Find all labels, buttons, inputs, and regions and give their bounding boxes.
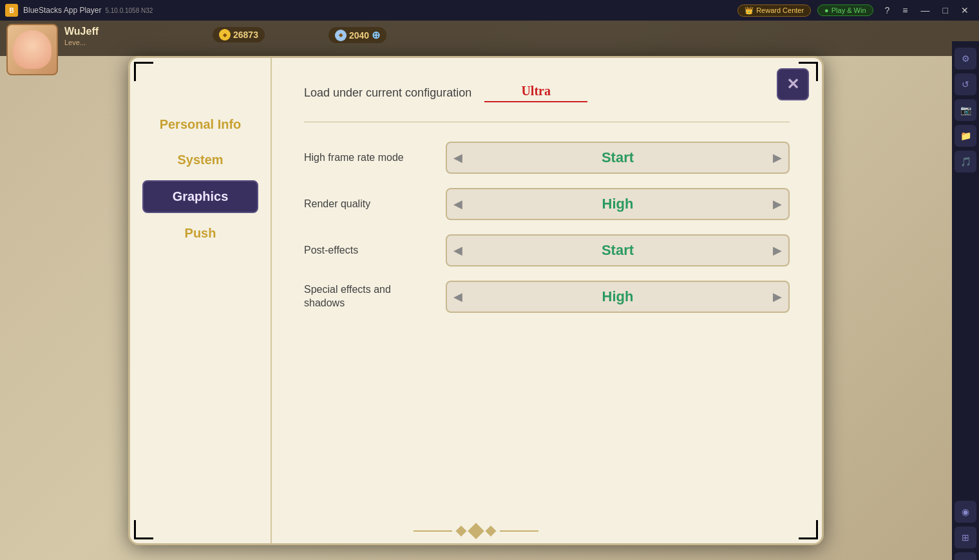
nav-push[interactable]: Push [142, 218, 258, 248]
settings-dialog: ✕ Personal Info System Graphics Push Loa… [128, 56, 824, 545]
config-underline [484, 101, 587, 102]
sidebar-icon-6[interactable]: ◉ [955, 501, 976, 523]
slider-right-arrow-pe[interactable]: ▶ [773, 243, 782, 257]
currency-1-icon: ◆ [219, 29, 231, 41]
setting-row-high-frame-rate: High frame rate mode ◀ Start ▶ [304, 142, 790, 174]
currency-2-icon: ◆ [335, 30, 347, 41]
titlebar-controls: 👑 Reward Center ● Play & Win ? ≡ — □ ✕ [737, 4, 974, 17]
settings-nav: Personal Info System Graphics Push [130, 58, 272, 543]
slider-right-arrow-hfr[interactable]: ▶ [773, 151, 782, 165]
slider-left-arrow-pe[interactable]: ◀ [453, 243, 462, 257]
play-win-btn[interactable]: ● Play & Win [817, 5, 873, 16]
slider-left-arrow-se[interactable]: ◀ [453, 290, 462, 304]
setting-label-post-effects: Post-effects [304, 244, 433, 257]
reward-center-btn[interactable]: 👑 Reward Center [737, 5, 811, 17]
setting-label-high-frame-rate: High frame rate mode [304, 151, 433, 165]
currency-1: ◆ 26873 [213, 27, 265, 42]
game-background: WuJeff Leve... ◆ 26873 ◆ 2040 ⊕ ⚙ ↺ 📷 📁 … [0, 21, 979, 560]
close-window-btn[interactable]: ✕ [956, 4, 974, 17]
slider-control-render-quality[interactable]: ◀ High ▶ [446, 188, 790, 220]
app-name: BlueStacks App Player [23, 6, 101, 15]
slider-value-rq: High [602, 196, 634, 212]
setting-row-special-effects: Special effects and shadows ◀ High ▶ [304, 281, 790, 313]
slider-value-hfr: Start [602, 149, 634, 166]
nav-personal-info[interactable]: Personal Info [142, 109, 258, 140]
nav-system[interactable]: System [142, 145, 258, 175]
setting-row-render-quality: Render quality ◀ High ▶ [304, 188, 790, 220]
corner-decoration-tl [134, 62, 153, 81]
play-icon: ● [824, 6, 829, 14]
ornament-diamond-right [486, 526, 497, 537]
app-logo: B [5, 4, 18, 17]
slider-left-arrow-hfr[interactable]: ◀ [453, 151, 462, 165]
nav-graphics[interactable]: Graphics [142, 180, 258, 213]
right-sidebar: ⚙ ↺ 📷 📁 🎵 ◉ ⊞ ⚙ [952, 41, 979, 560]
title-bar: B BlueStacks App Player 5.10.0.1058 N32 … [0, 0, 979, 21]
minimize-btn[interactable]: — [916, 4, 935, 17]
reward-icon: 👑 [745, 6, 754, 15]
content-divider [304, 122, 790, 122]
slider-left-arrow-rq[interactable]: ◀ [453, 197, 462, 211]
sidebar-icon-8[interactable]: ⚙ [955, 552, 976, 560]
setting-label-special-effects: Special effects and shadows [304, 283, 433, 310]
slider-control-special-effects[interactable]: ◀ High ▶ [446, 281, 790, 313]
slider-control-high-frame-rate[interactable]: ◀ Start ▶ [446, 142, 790, 174]
menu-btn[interactable]: ≡ [897, 4, 913, 17]
bottom-ornament [413, 525, 538, 537]
sidebar-icon-1[interactable]: ⚙ [955, 48, 976, 70]
config-value: Ultra [521, 84, 551, 98]
settings-content: Load under current configuration Ultra H… [272, 58, 822, 543]
slider-value-pe: Start [602, 242, 634, 259]
corner-decoration-bl [134, 520, 153, 539]
close-x-icon: ✕ [786, 77, 799, 92]
app-version: 5.10.0.1058 N32 [105, 7, 153, 14]
corner-decoration-br [799, 520, 818, 539]
currency-2-plus[interactable]: ⊕ [372, 29, 380, 41]
close-dialog-btn[interactable]: ✕ [777, 68, 809, 100]
sidebar-icon-4[interactable]: 📁 [955, 125, 976, 147]
slider-value-se: High [602, 288, 634, 305]
sidebar-icon-2[interactable]: ↺ [955, 73, 976, 95]
username: WuJeff [64, 26, 99, 37]
ornament-diamond-left [456, 526, 467, 537]
setting-label-render-quality: Render quality [304, 198, 433, 211]
slider-right-arrow-rq[interactable]: ▶ [773, 197, 782, 211]
dialog-overlay: ✕ Personal Info System Graphics Push Loa… [0, 41, 952, 560]
slider-right-arrow-se[interactable]: ▶ [773, 290, 782, 304]
config-value-box: Ultra [484, 84, 587, 102]
sidebar-icon-7[interactable]: ⊞ [955, 527, 976, 548]
slider-control-post-effects[interactable]: ◀ Start ▶ [446, 234, 790, 266]
load-config-label: Load under current configuration [304, 86, 471, 100]
ornament-line-left [413, 530, 452, 532]
ornament-line-right [500, 530, 538, 532]
help-btn[interactable]: ? [880, 4, 895, 17]
setting-row-post-effects: Post-effects ◀ Start ▶ [304, 234, 790, 266]
load-config-row: Load under current configuration Ultra [304, 84, 790, 102]
sidebar-icon-5[interactable]: 🎵 [955, 151, 976, 173]
ornament-diamond-center [468, 523, 484, 539]
maximize-btn[interactable]: □ [938, 4, 953, 17]
sidebar-icon-3[interactable]: 📷 [955, 99, 976, 121]
